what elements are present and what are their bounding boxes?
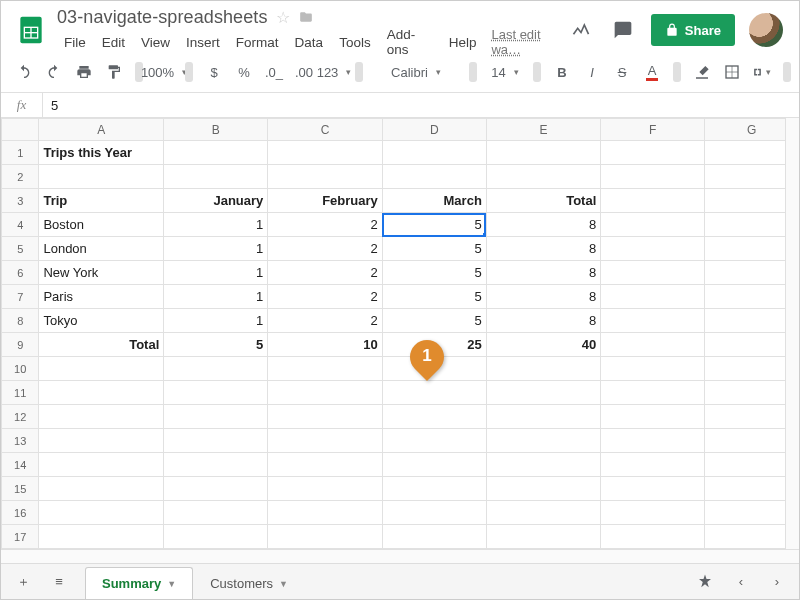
cell[interactable]: 1 xyxy=(164,237,268,261)
cell[interactable]: 8 xyxy=(486,285,600,309)
row-header[interactable]: 11 xyxy=(2,381,39,405)
add-sheet-button[interactable]: ＋ xyxy=(9,568,37,596)
move-folder-icon[interactable] xyxy=(298,10,314,24)
cell[interactable] xyxy=(268,357,382,381)
cell[interactable]: 2 xyxy=(268,261,382,285)
column-header[interactable]: D xyxy=(382,119,486,141)
format-currency-button[interactable]: $ xyxy=(201,59,227,85)
cell[interactable] xyxy=(39,405,164,429)
decrease-decimal-button[interactable]: .0_ xyxy=(261,59,287,85)
cell[interactable]: 2 xyxy=(268,237,382,261)
row-header[interactable]: 12 xyxy=(2,405,39,429)
italic-button[interactable]: I xyxy=(579,59,605,85)
column-header[interactable]: C xyxy=(268,119,382,141)
row-header[interactable]: 4 xyxy=(2,213,39,237)
cell[interactable] xyxy=(601,165,705,189)
format-percent-button[interactable]: % xyxy=(231,59,257,85)
menu-view[interactable]: View xyxy=(134,33,177,52)
cell[interactable]: Trips this Year xyxy=(39,141,164,165)
sheet-tab[interactable]: Customers▼ xyxy=(193,567,305,599)
cell[interactable] xyxy=(164,141,268,165)
strikethrough-button[interactable]: S xyxy=(609,59,635,85)
cell[interactable] xyxy=(39,453,164,477)
cell[interactable] xyxy=(268,141,382,165)
cell[interactable] xyxy=(601,477,705,501)
row-header[interactable]: 15 xyxy=(2,477,39,501)
cell[interactable] xyxy=(601,429,705,453)
cell[interactable] xyxy=(601,189,705,213)
cell[interactable]: 1 xyxy=(164,213,268,237)
borders-button[interactable] xyxy=(719,59,745,85)
cell[interactable] xyxy=(601,525,705,549)
cell[interactable]: 40 xyxy=(486,333,600,357)
cell[interactable]: New York xyxy=(39,261,164,285)
cell[interactable]: 10 xyxy=(268,333,382,357)
column-header[interactable]: A xyxy=(39,119,164,141)
cell[interactable] xyxy=(39,525,164,549)
all-sheets-button[interactable]: ≡ xyxy=(45,568,73,596)
menu-data[interactable]: Data xyxy=(288,33,331,52)
cell[interactable] xyxy=(601,405,705,429)
cell[interactable] xyxy=(382,405,486,429)
cell[interactable] xyxy=(486,165,600,189)
cell[interactable] xyxy=(382,381,486,405)
cell[interactable] xyxy=(268,477,382,501)
cell[interactable] xyxy=(382,525,486,549)
cell[interactable] xyxy=(268,405,382,429)
cell[interactable] xyxy=(268,429,382,453)
cell[interactable]: Total xyxy=(39,333,164,357)
cell[interactable] xyxy=(268,453,382,477)
cell[interactable] xyxy=(486,405,600,429)
row-header[interactable]: 2 xyxy=(2,165,39,189)
row-header[interactable]: 7 xyxy=(2,285,39,309)
row-header[interactable]: 10 xyxy=(2,357,39,381)
cell[interactable]: 8 xyxy=(486,237,600,261)
cell[interactable]: February xyxy=(268,189,382,213)
cell[interactable] xyxy=(39,501,164,525)
cell[interactable]: 5 xyxy=(164,333,268,357)
cell[interactable]: 8 xyxy=(486,213,600,237)
row-header[interactable]: 13 xyxy=(2,429,39,453)
menu-edit[interactable]: Edit xyxy=(95,33,132,52)
activity-icon[interactable] xyxy=(567,16,595,44)
cell[interactable]: 1 xyxy=(164,309,268,333)
horizontal-scrollbar[interactable] xyxy=(1,549,799,563)
cell[interactable]: Total xyxy=(486,189,600,213)
cell[interactable] xyxy=(601,237,705,261)
tab-scroll-left-button[interactable]: ‹ xyxy=(727,568,755,596)
cell[interactable] xyxy=(39,165,164,189)
document-title[interactable]: 03-navigate-spreadsheets xyxy=(57,7,268,28)
cell[interactable] xyxy=(601,333,705,357)
cell[interactable] xyxy=(39,477,164,501)
chevron-down-icon[interactable]: ▼ xyxy=(279,579,288,589)
font-size-select[interactable]: 14 xyxy=(485,59,525,85)
cell[interactable] xyxy=(164,381,268,405)
cell[interactable]: March xyxy=(382,189,486,213)
cell[interactable] xyxy=(601,141,705,165)
cell[interactable] xyxy=(601,261,705,285)
cell[interactable] xyxy=(601,381,705,405)
cell[interactable] xyxy=(164,525,268,549)
cell[interactable] xyxy=(486,429,600,453)
cell[interactable]: Trip xyxy=(39,189,164,213)
cell[interactable] xyxy=(382,477,486,501)
vertical-scrollbar[interactable] xyxy=(785,118,799,549)
undo-button[interactable] xyxy=(11,59,37,85)
row-header[interactable]: 14 xyxy=(2,453,39,477)
cell[interactable] xyxy=(268,525,382,549)
cell[interactable] xyxy=(486,357,600,381)
cell[interactable] xyxy=(601,213,705,237)
account-avatar[interactable] xyxy=(749,13,783,47)
tab-scroll-right-button[interactable]: › xyxy=(763,568,791,596)
cell[interactable] xyxy=(268,381,382,405)
cell[interactable] xyxy=(486,501,600,525)
menu-file[interactable]: File xyxy=(57,33,93,52)
cell[interactable]: January xyxy=(164,189,268,213)
cell[interactable] xyxy=(39,381,164,405)
cell[interactable]: Boston xyxy=(39,213,164,237)
formula-input[interactable]: 5 xyxy=(43,98,799,113)
cell[interactable] xyxy=(486,381,600,405)
cell[interactable]: 5 xyxy=(382,285,486,309)
print-button[interactable] xyxy=(71,59,97,85)
merge-cells-button[interactable] xyxy=(749,59,775,85)
